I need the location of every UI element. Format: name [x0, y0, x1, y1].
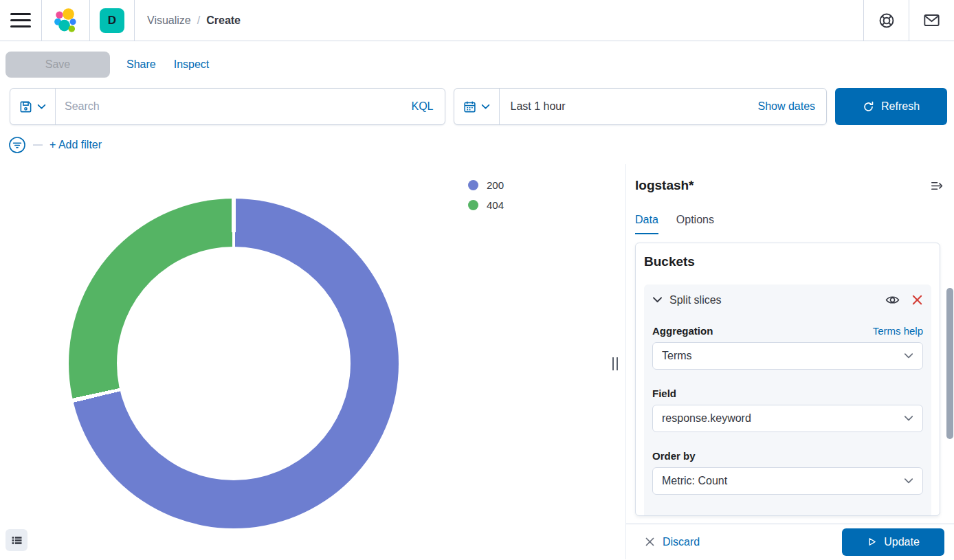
query-bar: KQL Last 1 hour Show dates Refresh	[0, 88, 954, 125]
help-button[interactable]	[878, 12, 895, 29]
tab-options[interactable]: Options	[676, 214, 714, 234]
query-language-button[interactable]: KQL	[401, 100, 445, 113]
legend-toggle-button[interactable]	[5, 529, 27, 551]
breadcrumb-visualize[interactable]: Visualize	[147, 14, 191, 27]
donut-chart[interactable]	[69, 199, 399, 528]
breadcrumb-separator: /	[197, 14, 200, 27]
search-box: KQL	[10, 88, 445, 125]
menu-right-icon	[931, 179, 944, 192]
panel-resize-handle[interactable]	[612, 357, 618, 370]
search-input[interactable]	[56, 100, 401, 113]
mail-icon	[923, 12, 940, 29]
action-bar: Save Share Inspect	[0, 41, 954, 88]
field-label: Field	[652, 388, 676, 399]
chevron-down-icon	[904, 414, 913, 423]
saved-query-menu-button[interactable]	[10, 89, 55, 124]
input-divider	[499, 89, 500, 124]
space-avatar[interactable]: D	[100, 8, 124, 33]
discard-label: Discard	[663, 536, 700, 548]
split-slices-label: Split slices	[669, 294, 722, 306]
menu-hamburger-icon[interactable]	[10, 13, 31, 27]
cross-icon	[645, 537, 655, 547]
editor-side-panel: logstash* Data Options Buckets	[625, 164, 954, 559]
elastic-logo[interactable]	[42, 0, 89, 41]
field-select[interactable]: response.keyword	[652, 405, 923, 432]
buckets-card: Buckets Split slices	[635, 243, 940, 516]
accordion-toggle-button[interactable]	[652, 295, 663, 305]
filter-icon	[8, 136, 26, 154]
refresh-button[interactable]: Refresh	[835, 88, 947, 125]
panel-scrollbar[interactable]	[946, 288, 953, 439]
update-label: Update	[884, 536, 920, 548]
panel-footer: Discard Update	[626, 524, 954, 559]
time-range-value[interactable]: Last 1 hour	[511, 100, 566, 113]
legend-item[interactable]: 404	[468, 199, 504, 211]
main-content: 200 404 logstash*	[0, 164, 954, 559]
filter-options-button[interactable]	[8, 136, 26, 154]
legend-swatch	[468, 200, 478, 210]
list-icon	[11, 535, 23, 546]
save-icon	[19, 100, 32, 113]
newsfeed-button[interactable]	[923, 12, 940, 29]
chart-legend: 200 404	[468, 179, 504, 211]
legend-label: 200	[487, 179, 504, 191]
buckets-heading: Buckets	[644, 254, 931, 269]
visualization-area: 200 404	[0, 164, 625, 559]
update-button[interactable]: Update	[842, 528, 944, 556]
calendar-icon	[463, 100, 476, 113]
tab-data[interactable]: Data	[635, 214, 658, 234]
field-value: response.keyword	[662, 412, 751, 425]
filter-divider	[33, 144, 43, 146]
aggregation-value: Terms	[662, 350, 692, 362]
show-dates-button[interactable]: Show dates	[758, 100, 816, 113]
legend-item[interactable]: 200	[468, 179, 504, 191]
index-pattern-title: logstash*	[635, 178, 694, 193]
chevron-down-icon	[904, 476, 913, 486]
add-filter-button[interactable]: + Add filter	[49, 139, 102, 151]
app-header: D Visualize / Create	[0, 0, 954, 41]
split-slices-accordion: Split slices	[644, 284, 931, 516]
order-by-select[interactable]: Metric: Count	[652, 467, 923, 495]
refresh-icon	[863, 101, 874, 113]
refresh-label: Refresh	[881, 100, 920, 113]
donut-hole	[117, 247, 351, 480]
legend-swatch	[468, 180, 478, 190]
terms-help-link[interactable]: Terms help	[873, 325, 923, 337]
remove-bucket-button[interactable]	[911, 294, 923, 306]
eye-icon	[885, 293, 900, 307]
date-quick-select-button[interactable]	[454, 89, 499, 124]
collapse-panel-button[interactable]	[931, 179, 944, 192]
order-by-label: Order by	[652, 450, 696, 462]
chevron-down-icon	[652, 295, 663, 305]
breadcrumb-create: Create	[206, 14, 241, 27]
play-icon	[867, 537, 877, 547]
chevron-down-icon	[37, 102, 46, 111]
breadcrumb: Visualize / Create	[135, 0, 863, 41]
legend-label: 404	[487, 199, 504, 211]
order-by-value: Metric: Count	[662, 475, 727, 487]
toggle-visibility-button[interactable]	[885, 293, 900, 307]
chevron-down-icon	[904, 351, 913, 361]
chevron-down-icon	[481, 102, 490, 111]
close-icon	[911, 294, 923, 306]
aggregation-label: Aggregation	[652, 325, 713, 337]
date-picker-box: Last 1 hour Show dates	[454, 88, 828, 125]
save-button[interactable]: Save	[5, 52, 110, 78]
inspect-button[interactable]: Inspect	[174, 58, 210, 71]
share-button[interactable]: Share	[126, 58, 156, 71]
panel-tabs: Data Options	[635, 214, 954, 234]
elastic-logo-icon	[53, 8, 79, 34]
discard-button[interactable]: Discard	[645, 536, 700, 548]
filter-bar: + Add filter	[0, 125, 954, 164]
aggregation-select[interactable]: Terms	[652, 342, 923, 370]
help-icon	[878, 12, 895, 29]
